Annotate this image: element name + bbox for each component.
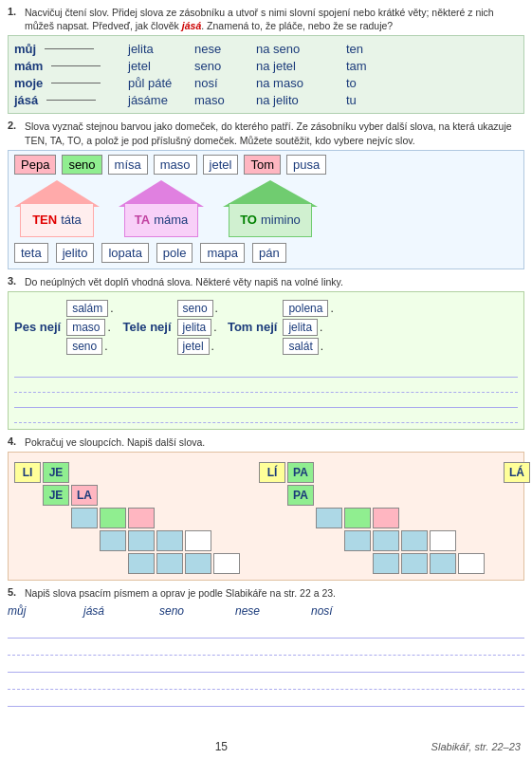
box-2-4-1 (344, 530, 371, 551)
section-5-content: můj jásá seno nese nosí (8, 602, 524, 709)
dot-2: . (107, 321, 110, 334)
word-mam: mám (14, 59, 43, 73)
section-5: 5. Napiš slova psacím písmem a oprav je … (8, 586, 524, 709)
section-1: 1. Nacvičuj čtení slov. Přidej slova ze … (8, 6, 524, 114)
row-1-3: moje (14, 76, 119, 90)
bword-pan: pán (252, 243, 286, 263)
box-1-4-4 (185, 530, 211, 551)
w-line-3 (8, 656, 524, 673)
stair-top-3: LÁ MU (504, 462, 532, 483)
tag-ta: TA (135, 213, 150, 227)
box-1-5-3 (185, 553, 211, 574)
c2r2: jetel (128, 59, 185, 73)
dot-9: . (321, 340, 323, 353)
label-tele: Tele nejí (123, 320, 172, 334)
dot-6: . (211, 340, 214, 353)
opt-salam: salám . (66, 300, 113, 317)
word-muj: můj (14, 42, 36, 56)
word-misa: mísa (108, 155, 148, 175)
dot-1: . (110, 302, 113, 315)
sec5-word-nese: nese (235, 604, 302, 618)
box-salat: salát (283, 338, 318, 355)
opt-salat: salát . (283, 338, 333, 355)
word-tata: táta (61, 213, 82, 227)
underline-2 (51, 65, 101, 66)
box-seno-3: seno (66, 338, 102, 355)
box-1-3-1 (71, 508, 98, 528)
box-la: LA (71, 485, 98, 506)
opt-polena: polena . (283, 300, 333, 317)
dot-3: . (104, 340, 107, 353)
body-ta: TA máma (124, 203, 198, 237)
section-1-number: 1. (8, 6, 21, 17)
c5r4: tu (346, 93, 379, 107)
group-tele: Tele nejí seno . jelita . jetel . (123, 300, 218, 355)
c4r2: na jetel (256, 59, 337, 73)
opt-seno: seno . (66, 338, 113, 355)
c3r2: seno (194, 59, 247, 73)
box-li2: LÍ (259, 462, 285, 483)
stair-group-2: LÍ PA PA (259, 462, 485, 574)
section-3: 3. Do neúplných vět doplň vhodná slova. … (8, 275, 524, 430)
box-polena: polena (283, 300, 328, 317)
w-line-4 (8, 673, 524, 690)
page-number: 15 (215, 740, 228, 753)
stair-row-1-5 (128, 553, 240, 574)
stair-group-3: LÁ MU MU (504, 462, 532, 574)
stair-row-1-3 (71, 508, 240, 528)
body-to: TO mimino (229, 203, 312, 237)
box-2-3-1 (316, 508, 342, 528)
box-la2: LÁ (504, 462, 530, 483)
opt-jelita: jelita . (177, 319, 218, 336)
c3r3: nosí (194, 76, 247, 90)
options-pes: salám . maso . seno . (66, 300, 113, 355)
underline-1 (45, 48, 94, 49)
box-jelita-t: jelita (283, 319, 318, 336)
box-2-4-3 (401, 530, 428, 551)
bword-jelito: jelito (56, 243, 95, 263)
word-moje: moje (14, 76, 43, 90)
col-words-underline: můj mám moje jásá (14, 42, 119, 107)
c4r3: na maso (256, 76, 337, 90)
underline-4 (46, 100, 96, 101)
write-line-4 (14, 408, 518, 423)
house-to: TO mimino (223, 180, 318, 237)
word-seno: seno (62, 155, 101, 175)
stair-row-2-3 (316, 508, 485, 528)
c5r3: to (346, 76, 379, 90)
box-li: LI (14, 462, 41, 483)
col-4: na seno na jetel na maso na jelito (256, 42, 337, 107)
c5r2: tam (346, 59, 379, 73)
stair-groups-row: LI JE JE LA (14, 462, 518, 574)
section-4-header: Pokračuj ve sloupcích. Napiš další slova… (25, 435, 205, 449)
house-ta: TA máma (119, 180, 204, 237)
sec5-word-nosi: nosí (311, 604, 377, 618)
c5r1: ten (346, 42, 379, 56)
opt-maso: maso . (66, 319, 113, 336)
col-3: nese seno nosí maso (194, 42, 247, 107)
page-subtitle: Slabikář, str. 22–23 (431, 741, 521, 752)
stair-group-1: LI JE JE LA (14, 462, 240, 574)
body-ten: TEN táta (20, 203, 94, 237)
c4r4: na jelito (256, 93, 337, 107)
c4r1: na seno (256, 42, 337, 56)
write-line-2 (14, 378, 518, 393)
section-2-content: Pepa seno mísa maso jetel Tom pusa TEN t… (8, 150, 524, 269)
sec5-word-muj: můj (8, 604, 74, 618)
stair-row-1-4 (100, 530, 240, 551)
options-tom: polena . jelita . salát . (283, 300, 333, 355)
c2r1: jelita (128, 42, 185, 56)
dot-5: . (213, 321, 216, 334)
options-tele: seno . jelita . jetel . (177, 300, 218, 355)
bword-mapa: mapa (200, 243, 245, 263)
section-1-content: můj mám moje jásá (8, 35, 524, 114)
w-line-1 (8, 621, 524, 639)
bword-teta: teta (14, 243, 48, 263)
word-pusa: pusa (286, 155, 326, 175)
sec5-word-seno: seno (159, 604, 226, 618)
tag-to: TO (240, 213, 257, 227)
box-jetel: jetel (177, 338, 210, 355)
opt-jetel: jetel . (177, 338, 218, 355)
box-2-3-2 (344, 508, 371, 528)
box-1-4-1 (100, 530, 126, 551)
